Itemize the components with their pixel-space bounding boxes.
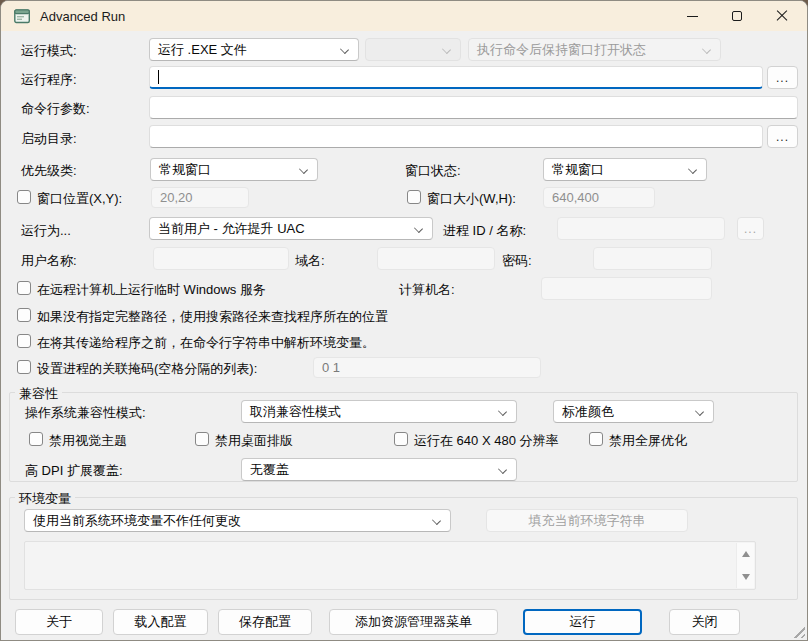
chevron-down-icon <box>498 465 507 474</box>
environment-scrollbar[interactable] <box>736 543 754 588</box>
window-size-label: 窗口大小(W,H): <box>427 191 516 206</box>
chevron-down-icon <box>702 45 711 54</box>
compatibility-group-title: 兼容性 <box>15 385 62 403</box>
run-program-input[interactable] <box>149 66 763 89</box>
process-id-browse-button: ... <box>737 217 764 240</box>
run-mode-select[interactable]: 运行 .EXE 文件 <box>149 38 359 61</box>
save-config-button[interactable]: 保存配置 <box>218 609 312 635</box>
domain-label: 域名: <box>295 253 325 268</box>
add-explorer-menu-button[interactable]: 添加资源管理器菜单 <box>329 609 498 635</box>
disable-desktop-composition-label: 禁用桌面排版 <box>215 433 293 448</box>
affinity-checkbox[interactable] <box>17 360 31 374</box>
window-position-checkbox[interactable] <box>17 190 31 204</box>
about-button[interactable]: 关于 <box>15 609 103 635</box>
keep-window-open-select: 执行命令后保持窗口打开状态 <box>468 38 721 61</box>
app-icon <box>14 9 31 24</box>
priority-label: 优先级类: <box>21 163 77 178</box>
fill-environment-button: 填充当前环境字符串 <box>486 509 688 532</box>
computer-name-label: 计算机名: <box>399 282 455 297</box>
password-input <box>593 247 712 270</box>
run-640x480-label: 运行在 640 X 480 分辨率 <box>414 433 559 448</box>
window-size-input: 640,400 <box>543 187 655 208</box>
maximize-icon <box>732 11 742 21</box>
priority-select[interactable]: 常规窗口 <box>150 158 318 181</box>
disable-visual-themes-label: 禁用视觉主题 <box>49 433 127 448</box>
close-dialog-button[interactable]: 关闭 <box>669 609 740 635</box>
disable-fullscreen-optimization-label: 禁用全屏优化 <box>609 433 687 448</box>
minimize-button[interactable] <box>670 1 714 31</box>
titlebar: Advanced Run <box>1 1 807 31</box>
affinity-value: 0 1 <box>322 360 340 375</box>
window-size-value: 640,400 <box>552 190 599 205</box>
process-id-label: 进程 ID / 名称: <box>443 223 526 238</box>
color-mode-value: 标准颜色 <box>562 403 614 421</box>
affinity-label: 设置进程的关联掩码(空格分隔的列表): <box>37 361 257 376</box>
start-dir-input[interactable] <box>149 125 763 148</box>
process-id-input <box>557 217 725 240</box>
disable-fullscreen-optimization-checkbox[interactable] <box>589 432 603 446</box>
load-config-button[interactable]: 载入配置 <box>113 609 208 635</box>
chevron-down-icon <box>498 407 507 416</box>
keep-window-open-value: 执行命令后保持窗口打开状态 <box>477 41 646 59</box>
parse-env-label: 在将其传递给程序之前，在命令行字符串中解析环境变量。 <box>37 335 375 350</box>
environment-mode-select[interactable]: 使用当前系统环境变量不作任何更改 <box>24 509 451 532</box>
environment-mode-value: 使用当前系统环境变量不作任何更改 <box>33 512 241 530</box>
high-dpi-select[interactable]: 无覆盖 <box>241 458 517 481</box>
close-button[interactable] <box>760 1 804 31</box>
resize-grip[interactable] <box>791 624 805 638</box>
priority-value: 常规窗口 <box>159 161 211 179</box>
run-as-select[interactable]: 当前用户 - 允许提升 UAC <box>149 217 433 240</box>
chevron-down-icon <box>688 165 697 174</box>
run-program-browse-button[interactable]: ... <box>767 66 798 89</box>
parse-env-checkbox[interactable] <box>17 334 31 348</box>
window-position-label: 窗口位置(X,Y): <box>37 191 122 206</box>
text-caret <box>158 70 159 84</box>
remote-service-checkbox[interactable] <box>17 281 31 295</box>
run-640x480-checkbox[interactable] <box>394 432 408 446</box>
high-dpi-value: 无覆盖 <box>250 461 289 479</box>
password-label: 密码: <box>502 253 532 268</box>
chevron-down-icon <box>432 516 441 525</box>
os-compat-value: 取消兼容性模式 <box>250 403 341 421</box>
user-name-label: 用户名称: <box>21 253 77 268</box>
chevron-down-icon <box>299 165 308 174</box>
start-dir-browse-button[interactable]: ... <box>767 125 798 148</box>
start-dir-label: 启动目录: <box>21 131 77 146</box>
run-mode-value: 运行 .EXE 文件 <box>158 41 247 59</box>
domain-input <box>377 247 495 270</box>
window-size-checkbox[interactable] <box>407 190 421 204</box>
remote-service-label: 在远程计算机上运行临时 Windows 服务 <box>37 282 266 297</box>
run-mode-sub-select <box>365 38 461 61</box>
search-path-label: 如果没有指定完整路径，使用搜索路径来查找程序所在的位置 <box>37 309 388 324</box>
advanced-run-window: Advanced Run 运行模式: 运行 .EXE 文件 执行命令后保持窗口打… <box>0 0 808 641</box>
environment-textarea <box>24 541 756 590</box>
minimize-icon <box>687 16 698 17</box>
window-state-value: 常规窗口 <box>552 161 604 179</box>
environment-group-title: 环境变量 <box>15 490 75 508</box>
disable-desktop-composition-checkbox[interactable] <box>195 432 209 446</box>
search-path-checkbox[interactable] <box>17 308 31 322</box>
window-state-label: 窗口状态: <box>405 163 461 178</box>
maximize-button[interactable] <box>715 1 759 31</box>
scroll-up-icon <box>742 551 750 557</box>
window-position-input: 20,20 <box>151 187 249 208</box>
disable-visual-themes-checkbox[interactable] <box>29 432 43 446</box>
window-state-select[interactable]: 常规窗口 <box>543 158 707 181</box>
chevron-down-icon <box>414 224 423 233</box>
run-mode-label: 运行模式: <box>21 43 77 58</box>
close-icon <box>776 10 788 22</box>
chevron-down-icon <box>442 45 451 54</box>
affinity-input: 0 1 <box>313 357 541 378</box>
user-name-input <box>153 247 289 270</box>
color-mode-select[interactable]: 标准颜色 <box>553 400 714 423</box>
cmd-args-label: 命令行参数: <box>21 101 90 116</box>
high-dpi-label: 高 DPI 扩展覆盖: <box>25 463 123 478</box>
run-as-label: 运行为... <box>21 223 71 238</box>
run-as-value: 当前用户 - 允许提升 UAC <box>158 220 305 238</box>
run-program-label: 运行程序: <box>21 72 77 87</box>
cmd-args-input[interactable] <box>149 96 798 119</box>
os-compat-select[interactable]: 取消兼容性模式 <box>241 400 517 423</box>
os-compat-label: 操作系统兼容性模式: <box>25 405 146 420</box>
run-button[interactable]: 运行 <box>523 609 642 635</box>
chevron-down-icon <box>340 45 349 54</box>
